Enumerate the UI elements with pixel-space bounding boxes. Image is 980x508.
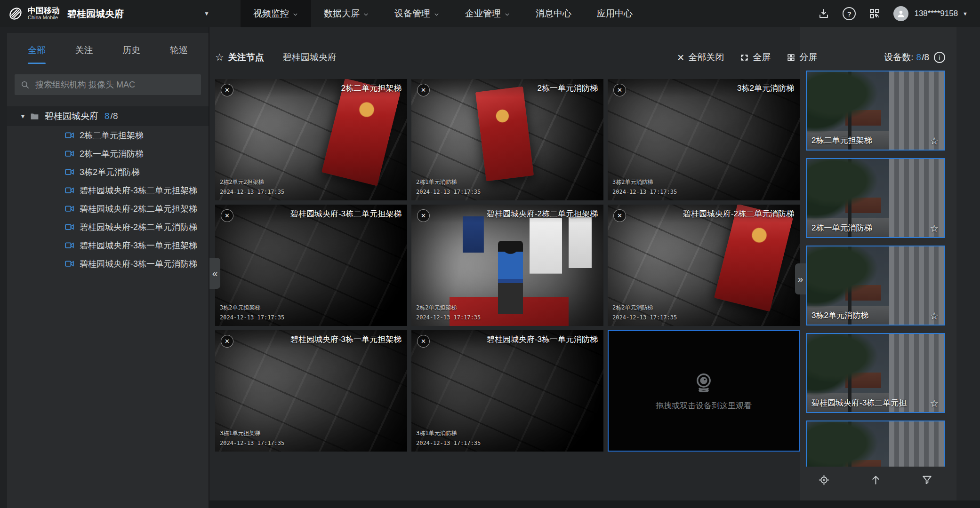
org-caret-down-icon[interactable]: ▼	[204, 10, 209, 17]
device-card-3[interactable]: 3栋2单元消防梯 ☆	[806, 246, 945, 325]
tab-all[interactable]: 全部	[28, 44, 46, 64]
fullscreen-button[interactable]: 全屏	[740, 51, 771, 64]
avatar[interactable]	[893, 6, 908, 21]
tree-camera-item[interactable]: 2栋二单元担架梯	[7, 126, 209, 144]
tree-expand-caret-icon[interactable]: ▾	[21, 112, 24, 120]
empty-drop-slot[interactable]: 拖拽或双击设备到这里观看	[608, 330, 800, 452]
close-all-button[interactable]: ✕ 全部关闭	[677, 51, 724, 64]
user-phone[interactable]: 138****9158	[914, 9, 958, 18]
tree-camera-item[interactable]: 碧桂园城央府-3栋一单元担架梯	[7, 236, 209, 254]
split-screen-button[interactable]: 分屏	[787, 51, 817, 64]
video-tile-5[interactable]: 碧桂园城央府-2栋二单元担架梯 ✕ 2栋2单元担架梯 2024-12-13 17…	[411, 205, 603, 326]
star-icon[interactable]: ☆	[930, 398, 939, 409]
star-icon[interactable]: ☆	[930, 135, 939, 147]
star-icon[interactable]: ☆	[930, 223, 939, 234]
video-tile-7[interactable]: 碧桂园城央府-3栋一单元担架梯 ✕ 3栋1单元担架梯 2024-12-13 17…	[215, 330, 407, 452]
nav-label: 企业管理	[465, 8, 501, 20]
close-icon[interactable]: ✕	[417, 335, 430, 348]
close-icon[interactable]: ✕	[221, 84, 233, 96]
video-tile-6[interactable]: 碧桂园城央府-2栋二单元消防梯 ✕ 2栋2单元消防梯 2024-12-13 17…	[608, 205, 800, 326]
video-tile-4[interactable]: 碧桂园城央府-3栋二单元担架梯 ✕ 3栋2单元担架梯 2024-12-13 17…	[215, 205, 407, 326]
camera-osd: 3栋1单元担架梯 2024-12-13 17:17:35	[220, 429, 284, 448]
help-icon[interactable]: ?	[843, 7, 856, 20]
camera-icon	[64, 259, 74, 269]
sidebar-tabs: 全部 关注 历史 轮巡	[7, 33, 209, 64]
device-card-label: 2栋二单元担架梯	[811, 135, 872, 146]
camera-name: 碧桂园城央府-2栋二单元消防梯	[80, 222, 197, 233]
osd-name: 2栋2单元2担架梯	[220, 177, 284, 187]
camera-osd: 3栋1单元消防梯 2024-12-13 17:17:35	[416, 429, 481, 448]
tab-favorites[interactable]: 关注	[75, 44, 93, 64]
close-icon[interactable]: ✕	[221, 335, 233, 348]
close-icon[interactable]: ✕	[221, 209, 233, 222]
qr-code-icon[interactable]	[869, 8, 880, 19]
favorite-node-label[interactable]: 关注节点	[228, 51, 264, 64]
nav-item-video-monitor[interactable]: 视频监控	[241, 0, 311, 27]
nav-item-app-center[interactable]: 应用中心	[584, 0, 645, 27]
device-count-label: 设备数:	[884, 51, 913, 64]
nav-item-enterprise-management[interactable]: 企业管理	[452, 0, 523, 27]
osd-name: 3栋1单元消防梯	[416, 429, 481, 438]
tree-camera-item[interactable]: 2栋一单元消防梯	[7, 144, 209, 163]
favorite-star-icon[interactable]: ☆	[215, 52, 224, 63]
video-tile-3[interactable]: 3栋2单元消防梯 ✕ 3栋2单元消防梯 2024-12-13 17:17:35	[608, 79, 800, 200]
split-screen-label: 分屏	[799, 51, 817, 64]
device-card-label: 3栋2单元消防梯	[811, 310, 868, 321]
search-box	[15, 74, 201, 95]
device-count-total: /8	[922, 52, 929, 63]
video-tile-8[interactable]: 碧桂园城央府-3栋一单元消防梯 ✕ 3栋1单元消防梯 2024-12-13 17…	[411, 330, 603, 452]
osd-time: 2024-12-13 17:17:35	[612, 187, 677, 197]
tree-camera-item[interactable]: 碧桂园城央府-3栋二单元担架梯	[7, 181, 209, 199]
camera-name: 2栋二单元担架梯	[80, 130, 144, 141]
device-card-2[interactable]: 2栋一单元消防梯 ☆	[806, 158, 945, 238]
org-selector[interactable]: 碧桂园城央府	[67, 8, 124, 20]
close-icon[interactable]: ✕	[417, 84, 430, 96]
device-card-4[interactable]: 碧桂园城央府-3栋二单元担 ☆	[806, 333, 945, 413]
tree-count-online: 8	[104, 111, 110, 121]
osd-time: 2024-12-13 17:17:35	[220, 187, 284, 197]
search-input[interactable]	[34, 79, 195, 90]
download-icon[interactable]	[818, 8, 829, 19]
chevron-down-icon	[363, 11, 369, 17]
tree-camera-item[interactable]: 碧桂园城央府-2栋二单元消防梯	[7, 218, 209, 236]
nav-item-message-center[interactable]: 消息中心	[523, 0, 584, 27]
breadcrumb[interactable]: 碧桂园城央府	[283, 51, 337, 64]
close-all-label: 全部关闭	[688, 51, 724, 64]
toolbar-actions: ✕ 全部关闭 全屏 分屏	[677, 51, 817, 64]
tree-node-root[interactable]: ▾ 碧桂园城央府 8/8	[7, 106, 209, 126]
close-icon[interactable]: ✕	[417, 209, 430, 222]
brand-name-cn: 中国移动	[28, 7, 60, 15]
nav-label: 消息中心	[536, 8, 571, 20]
camera-osd: 2栋2单元消防梯 2024-12-13 17:17:35	[612, 303, 677, 323]
close-icon[interactable]: ✕	[613, 84, 626, 96]
locate-icon[interactable]	[818, 474, 830, 486]
tab-history[interactable]: 历史	[122, 44, 140, 64]
collapse-sidebar-handle[interactable]: «	[209, 258, 220, 289]
device-card-1[interactable]: 2栋二单元担架梯 ☆	[806, 71, 945, 151]
star-icon[interactable]: ☆	[930, 310, 939, 322]
tree-camera-item[interactable]: 碧桂园城央府-2栋二单元担架梯	[7, 199, 209, 218]
user-caret-down-icon[interactable]: ▼	[963, 11, 968, 16]
filter-icon[interactable]	[921, 474, 933, 486]
brand-name-en: China Mobile	[28, 15, 60, 21]
nav-item-device-management[interactable]: 设备管理	[382, 0, 452, 27]
tree-camera-item[interactable]: 3栋2单元消防梯	[7, 163, 209, 181]
tree-camera-item[interactable]: 碧桂园城央府-3栋一单元消防梯	[7, 254, 209, 273]
camera-icon	[64, 240, 74, 250]
grid-toolbar: ☆ 关注节点 碧桂园城央府 ✕ 全部关闭 全屏	[215, 47, 945, 68]
drop-hint: 拖拽或双击设备到这里观看	[656, 400, 752, 411]
camera-icon	[64, 185, 74, 195]
device-card-5[interactable]	[806, 421, 945, 467]
scroll-to-top-icon[interactable]	[870, 474, 882, 486]
collapse-thumbnails-handle[interactable]: »	[795, 263, 806, 294]
video-tile-1[interactable]: 2栋二单元担架梯 ✕ 2栋2单元2担架梯 2024-12-13 17:17:35	[215, 79, 407, 200]
chevron-down-icon	[504, 11, 510, 17]
info-icon[interactable]: i	[934, 52, 945, 63]
fullscreen-icon	[740, 53, 749, 62]
tab-patrol[interactable]: 轮巡	[170, 44, 188, 64]
webcam-icon	[692, 371, 715, 394]
close-icon[interactable]: ✕	[613, 209, 626, 222]
video-tile-2[interactable]: 2栋一单元消防梯 ✕ 2栋1单元消防梯 2024-12-13 17:17:35	[411, 79, 603, 200]
nav-item-data-screen[interactable]: 数据大屏	[311, 0, 382, 27]
camera-name: 碧桂园城央府-2栋二单元担架梯	[80, 203, 197, 214]
